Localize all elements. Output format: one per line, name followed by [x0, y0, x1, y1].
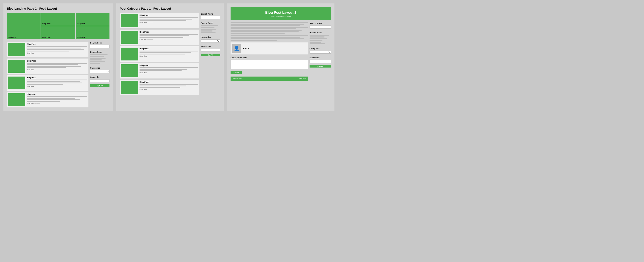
post-line [26, 96, 87, 97]
submit-button[interactable]: Submit [230, 71, 242, 74]
post-thumbnail [121, 48, 138, 60]
panel3-main: 👤 Author Leave a Comment Submit Previous… [230, 22, 308, 81]
post-line [26, 79, 87, 80]
panel1: Blog Landing Page 1 - Feed Layout Blog P… [4, 3, 113, 111]
recent-line [90, 59, 102, 60]
categories-select[interactable] [310, 51, 331, 54]
read-more[interactable]: Read More — — — [140, 89, 198, 90]
hero-cell-5: Blog Post [76, 26, 110, 39]
content-line [230, 31, 298, 32]
recent-title: Recent Posts [310, 31, 331, 34]
author-box: 👤 Author [230, 42, 308, 54]
post-card: Blog Post Read More — — — [120, 80, 199, 95]
post-thumbnail [121, 64, 138, 77]
panel3: Blog Post Layout 1 Date / Author / Comme… [227, 3, 334, 111]
subscribe-input[interactable] [90, 79, 110, 82]
post-card: Blog Post Read More — — — [120, 13, 199, 28]
comment-section: Leave a Comment Submit [230, 57, 308, 74]
post-card: Blog Post Read More — — — [120, 46, 199, 62]
post-line [140, 84, 198, 85]
hero-label-2: Blog Post [42, 23, 50, 25]
post-line [140, 35, 189, 36]
categories-title: Categories [201, 36, 220, 38]
panel1-title: Blog Landing Page 1 - Feed Layout [7, 7, 110, 10]
post-title: Blog Post [140, 48, 198, 50]
signup-button[interactable]: Sign Up [90, 84, 110, 87]
read-more[interactable]: Read More — — — [26, 102, 87, 104]
recent-line [310, 43, 325, 44]
post-thumbnail [121, 31, 138, 44]
subscribe-input[interactable] [310, 60, 331, 63]
hero-cell-large: Blog Post [7, 13, 40, 39]
post-line [26, 99, 80, 100]
post-line [26, 82, 82, 83]
prev-post-label[interactable]: Previous Post [233, 78, 242, 79]
read-more[interactable]: Read More — — — [140, 39, 198, 40]
post-body: Blog Post Read More — — — [26, 93, 87, 106]
feed-list: Blog Post Read More — — — Blog Post [7, 42, 88, 107]
post-lines [140, 67, 198, 71]
categories-select[interactable] [201, 39, 220, 42]
read-more[interactable]: Read More — — — [140, 55, 198, 57]
post-line [140, 34, 198, 35]
post-body: Blog Post Read More — — — [26, 60, 87, 73]
comment-title: Leave a Comment [230, 57, 308, 59]
post-card: Blog Post Read More — — — [120, 29, 199, 45]
search-input[interactable] [90, 45, 110, 48]
read-more[interactable]: Read More — — — [26, 69, 87, 70]
signup-button[interactable]: Sign Up [310, 65, 331, 67]
prev-next-bar: Previous Post Next Post [230, 76, 308, 81]
categories-title: Categories [90, 67, 110, 69]
panel2-feed: Blog Post Read More — — — Blog Post [120, 13, 199, 95]
post-line [140, 37, 183, 38]
panel2-inner: Blog Post Read More — — — Blog Post [120, 13, 220, 95]
hero-label-4: Blog Post [42, 36, 50, 38]
post-line [26, 64, 78, 65]
recent-line [90, 56, 104, 57]
read-more[interactable]: Read More — — — [26, 86, 87, 87]
recent-line [310, 35, 329, 36]
post-body: Blog Post Read More — — — [140, 64, 198, 77]
recent-line [310, 40, 322, 41]
post-line [26, 84, 63, 85]
search-title: Search Posts [201, 13, 220, 15]
post-line [140, 86, 186, 86]
hero-cell-4: Blog Post [41, 26, 75, 39]
signup-button[interactable]: Sign Up [201, 54, 220, 56]
recent-line [201, 29, 216, 30]
post-title: Blog Post [26, 43, 87, 45]
recent-title: Recent Posts [90, 51, 110, 53]
read-more[interactable]: Read More — — — [26, 52, 87, 54]
recent-lines [201, 25, 220, 33]
post-card: Blog Post Read More — — — [7, 92, 88, 107]
content-line [230, 38, 304, 39]
hero-label-1: Blog Post [8, 36, 16, 38]
content-line [230, 37, 300, 38]
read-more[interactable]: Read More — — — [140, 22, 198, 23]
post-title: Blog Post [140, 64, 198, 66]
categories-widget: Categories [201, 36, 220, 42]
content-lines-2 [230, 35, 308, 41]
search-input[interactable] [201, 16, 220, 19]
search-input[interactable] [310, 25, 331, 28]
comment-textarea[interactable] [230, 60, 308, 69]
subscribe-input[interactable] [201, 49, 220, 52]
post-lines [26, 46, 87, 51]
post-card: Blog Post Read More — — — [120, 63, 199, 78]
next-post-label[interactable]: Next Post [299, 78, 306, 79]
post-lines [140, 34, 198, 38]
post-title: Blog Post [140, 31, 198, 33]
post-body: Blog Post Read More — — — [140, 14, 198, 27]
recent-lines [310, 35, 331, 44]
post-body: Blog Post Read More — — — [26, 76, 87, 89]
categories-select[interactable] [90, 70, 110, 73]
search-widget: Search Posts [310, 22, 331, 28]
post-card: Blog Post Read More — — — [7, 75, 88, 91]
content-line [230, 24, 304, 25]
post-title: Blog Post [26, 93, 87, 95]
subscribe-widget: Subscribe! Sign Up [201, 45, 220, 56]
author-avatar: 👤 [232, 44, 241, 53]
search-title: Search Posts [310, 22, 331, 24]
categories-title: Categories [310, 47, 331, 49]
read-more[interactable]: Read More — — — [140, 72, 198, 73]
